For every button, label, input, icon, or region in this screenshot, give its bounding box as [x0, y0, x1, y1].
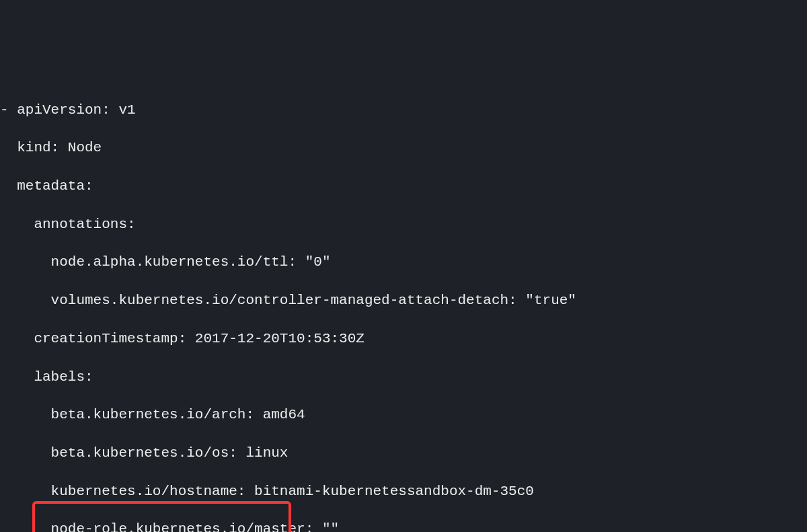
- yaml-line: beta.kubernetes.io/arch: amd64: [0, 406, 807, 424]
- yaml-line: volumes.kubernetes.io/controller-managed…: [0, 291, 807, 310]
- yaml-line: creationTimestamp: 2017-12-20T10:53:30Z: [0, 330, 807, 348]
- yaml-line: node.alpha.kubernetes.io/ttl: "0": [0, 253, 807, 272]
- yaml-line: kind: Node: [0, 139, 807, 157]
- yaml-line: - apiVersion: v1: [0, 101, 807, 120]
- yaml-output: - apiVersion: v1 kind: Node metadata: an…: [0, 81, 807, 532]
- yaml-line: annotations:: [0, 215, 807, 234]
- yaml-line: beta.kubernetes.io/os: linux: [0, 444, 807, 463]
- yaml-line: metadata:: [0, 177, 807, 196]
- yaml-line: kubernetes.io/hostname: bitnami-kubernet…: [0, 482, 807, 501]
- yaml-line: node-role.kubernetes.io/master: "": [0, 520, 807, 532]
- yaml-line: labels:: [0, 368, 807, 387]
